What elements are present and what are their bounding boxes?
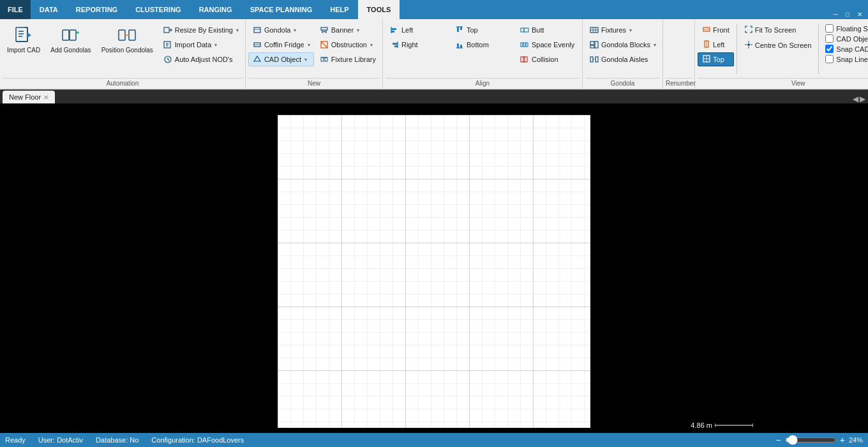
ribbon: Import CAD Add Gondolas (0, 19, 868, 89)
banner-label: Banner (331, 26, 354, 34)
banner-button[interactable]: Banner ▾ (315, 23, 380, 37)
cad-object-label: CAD Object (264, 56, 301, 63)
ribbon-group-view: Front Left Top (695, 19, 868, 89)
align-col1: Left Right (385, 22, 449, 52)
align-right-button[interactable]: Right (385, 38, 449, 52)
fixture-library-button[interactable]: Fixture Library (315, 52, 380, 66)
align-bottom-icon (454, 40, 465, 50)
view-content: Front Left Top (698, 20, 868, 77)
butt-label: Butt (532, 26, 544, 34)
zoom-increase-button[interactable]: + (840, 435, 845, 445)
align-right-icon (389, 40, 400, 50)
tab-scroll-left[interactable]: ◀ (853, 95, 858, 103)
tab-ranging[interactable]: RANGING (190, 0, 241, 19)
zoom-decrease-button[interactable]: − (776, 435, 781, 445)
collision-icon (520, 54, 530, 64)
minimize-button[interactable]: ─ (830, 9, 841, 19)
tab-reporting[interactable]: REPORTING (67, 0, 126, 19)
floating-status-checkbox[interactable] (825, 24, 834, 33)
import-cad-button[interactable]: Import CAD (3, 22, 45, 57)
import-data-icon (163, 40, 173, 50)
position-gondolas-icon (117, 25, 137, 45)
status-configuration: Configuration: DAFoodLovers (151, 436, 244, 444)
add-gondolas-button[interactable]: Add Gondolas (46, 22, 95, 57)
coffin-fridge-button[interactable]: Coffin Fridge ▾ (248, 38, 314, 52)
canvas-area (278, 115, 590, 428)
zoom-slider[interactable] (785, 435, 836, 445)
view-screen-buttons: Fit To Screen Centre On Screen (740, 22, 816, 52)
cad-objects-only-checkbox[interactable] (825, 34, 834, 43)
obstruction-button[interactable]: Obstruction ▾ (315, 38, 380, 52)
svg-rect-21 (254, 27, 260, 33)
fixtures-icon (589, 25, 599, 35)
svg-marker-4 (27, 33, 31, 38)
svg-rect-56 (590, 45, 594, 48)
position-gondolas-label: Position Gondolas (101, 47, 153, 54)
svg-point-68 (747, 43, 750, 46)
status-right: − + 24% (776, 435, 863, 445)
cad-object-button[interactable]: CAD Object ▾ (248, 52, 314, 66)
svg-rect-47 (523, 43, 525, 47)
resize-by-existing-button[interactable]: Resize By Existing ▾ (159, 23, 243, 37)
position-gondolas-button[interactable]: Position Gondolas (97, 22, 158, 57)
tab-file[interactable]: FILE (0, 0, 31, 19)
gondola-blocks-button[interactable]: Gondola Blocks ▾ (585, 38, 660, 52)
cad-objects-only-check[interactable]: CAD Objects Only (825, 34, 868, 43)
gondola-label: Gondola (264, 26, 291, 34)
gondola-aisles-button[interactable]: Gondola Aisles (585, 52, 660, 66)
document-tab[interactable]: New Floor ✕ (3, 91, 55, 103)
view-front-button[interactable]: Front (698, 23, 734, 37)
svg-rect-29 (321, 57, 324, 61)
coffin-fridge-label: Coffin Fridge (264, 41, 304, 49)
coffin-fridge-icon (252, 40, 262, 50)
align-top-button[interactable]: Top (451, 23, 514, 37)
space-evenly-button[interactable]: Space Evenly (516, 38, 580, 52)
view-top-button[interactable]: Top (698, 52, 734, 66)
tab-data[interactable]: DATA (31, 0, 67, 19)
fit-to-screen-label: Fit To Screen (755, 26, 797, 34)
ribbon-group-automation: Import CAD Add Gondolas (0, 19, 246, 89)
tab-help[interactable]: HELP (321, 0, 357, 19)
gondola-button[interactable]: Gondola ▾ (248, 23, 314, 37)
collision-button[interactable]: Collision (516, 52, 580, 66)
fixtures-button[interactable]: Fixtures ▾ (585, 23, 660, 37)
gondola-content: Fixtures ▾ Gondola Blocks ▾ (585, 20, 660, 77)
auto-adjust-nods-button[interactable]: Auto Adjust NOD's (159, 52, 243, 66)
view-left-button[interactable]: Left (698, 38, 734, 52)
svg-rect-44 (521, 28, 524, 32)
svg-rect-33 (391, 28, 396, 30)
status-ready: Ready (5, 436, 26, 444)
floating-status-check[interactable]: Floating Status (825, 24, 868, 33)
close-button[interactable]: ✕ (854, 9, 865, 19)
restore-button[interactable]: □ (842, 9, 853, 19)
measurement-line-icon (715, 422, 753, 428)
align-content: Left Right Top (385, 20, 580, 77)
svg-rect-6 (70, 30, 76, 40)
tab-tools[interactable]: TOOLS (358, 0, 400, 19)
snap-line-angle-checkbox[interactable] (825, 55, 834, 63)
svg-rect-49 (521, 57, 525, 62)
fit-to-screen-button[interactable]: Fit To Screen (740, 23, 816, 37)
align-left-button[interactable]: Left (385, 23, 449, 37)
snap-cad-objects-checkbox[interactable] (825, 45, 834, 53)
centre-on-screen-icon (744, 40, 753, 50)
align-bottom-button[interactable]: Bottom (451, 38, 514, 52)
import-data-button[interactable]: Import Data ▾ (159, 38, 243, 52)
snap-cad-objects-label: Snap CAD Objects (836, 45, 868, 53)
tab-spaceplanning[interactable]: SPACE PLANNING (241, 0, 322, 19)
space-evenly-icon (520, 40, 530, 50)
document-tab-close[interactable]: ✕ (43, 94, 49, 101)
svg-rect-10 (129, 30, 135, 40)
snap-cad-objects-check[interactable]: Snap CAD Objects (825, 45, 868, 53)
centre-on-screen-button[interactable]: Centre On Screen (740, 38, 816, 52)
butt-button[interactable]: Butt (516, 23, 580, 37)
align-bottom-label: Bottom (467, 41, 489, 49)
tab-clustering[interactable]: CLUSTERING (126, 0, 190, 19)
view-left-label: Left (713, 41, 724, 49)
snap-line-angle-check[interactable]: Snap Line Angle (825, 55, 868, 63)
align-right-label: Right (401, 41, 418, 49)
tab-scroll-right[interactable]: ▶ (860, 95, 865, 103)
svg-rect-37 (394, 45, 398, 47)
svg-rect-59 (595, 57, 598, 62)
svg-marker-25 (254, 56, 260, 61)
